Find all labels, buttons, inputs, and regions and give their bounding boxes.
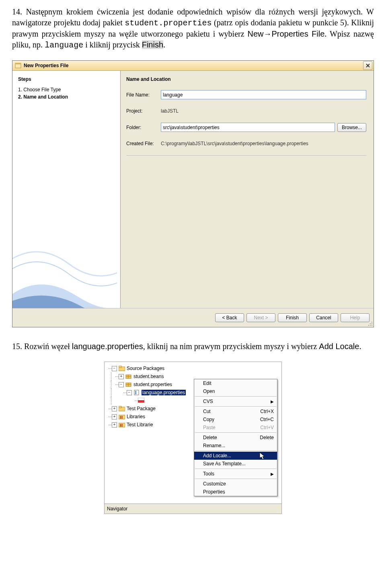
svg-rect-1 bbox=[15, 63, 21, 64]
libraries-icon bbox=[119, 414, 125, 419]
file-ref: language.properties bbox=[72, 342, 143, 351]
new-properties-file-dialog: New Properties File Steps 1. Choose File… bbox=[12, 60, 374, 327]
locale-flag-icon bbox=[138, 398, 144, 403]
shortcut: Ctrl+V bbox=[256, 425, 274, 430]
menu-item-customize[interactable]: Customize bbox=[194, 480, 277, 488]
svg-rect-26 bbox=[121, 416, 123, 419]
menu-item-rename[interactable]: Rename... bbox=[194, 442, 277, 450]
text: . bbox=[359, 342, 361, 351]
navigator-panel-header[interactable]: Navigator bbox=[105, 504, 281, 514]
svg-point-4 bbox=[372, 323, 372, 324]
window-icon bbox=[15, 62, 21, 69]
minus-icon[interactable]: − bbox=[127, 390, 132, 395]
tree-label: student.properties bbox=[133, 382, 172, 387]
created-file-label: Created File: bbox=[126, 141, 161, 146]
svg-rect-17 bbox=[135, 391, 136, 392]
svg-rect-25 bbox=[120, 416, 121, 419]
menu-item-copy[interactable]: CopyCtrl+C bbox=[194, 415, 277, 424]
num: 14. bbox=[12, 7, 26, 16]
shortcut: Ctrl+C bbox=[256, 417, 274, 422]
package-icon bbox=[125, 374, 132, 379]
window-title: New Properties File bbox=[24, 63, 363, 68]
menu-separator bbox=[195, 396, 276, 397]
menu-item-cut[interactable]: CutCtrl+X bbox=[194, 407, 277, 415]
resize-grip-icon[interactable] bbox=[367, 321, 373, 326]
menu-separator bbox=[195, 469, 276, 469]
plus-icon[interactable]: + bbox=[112, 406, 117, 411]
shortcut: Ctrl+X bbox=[256, 409, 274, 414]
svg-rect-23 bbox=[119, 406, 121, 408]
menu-item-add-locale[interactable]: Add Locale... bbox=[194, 452, 277, 460]
code: language bbox=[45, 41, 83, 50]
separator bbox=[126, 155, 366, 156]
navigator-label: Navigator bbox=[107, 506, 127, 512]
menu-item-cvs[interactable]: CVS▶ bbox=[194, 397, 277, 405]
svg-point-2 bbox=[372, 322, 372, 323]
tree-label: Source Packages bbox=[127, 366, 164, 371]
browse-button[interactable]: Browse... bbox=[337, 123, 366, 132]
svg-rect-19 bbox=[135, 393, 136, 394]
properties-file-icon bbox=[133, 390, 140, 395]
svg-rect-9 bbox=[119, 366, 121, 368]
menu-item-open[interactable]: Open bbox=[194, 387, 277, 395]
finish-button[interactable]: Finish bbox=[278, 313, 307, 322]
dialog-button-bar: < Back Next > Finish Cancel Help bbox=[12, 308, 374, 327]
project-tree-screenshot: − Source Packages + student.beans − stud… bbox=[104, 362, 282, 514]
text: . bbox=[163, 40, 165, 49]
text: Rozwiń węzeł bbox=[24, 342, 72, 351]
menu-separator bbox=[195, 479, 276, 479]
created-file-value: C:\programy\labJSTL\src\java\student\pro… bbox=[161, 140, 366, 147]
cancel-button[interactable]: Cancel bbox=[309, 313, 338, 322]
context-menu: Edit Open CVS▶ CutCtrl+X CopyCtrl+C Past… bbox=[194, 379, 277, 496]
menu-item-edit[interactable]: Edit bbox=[194, 379, 277, 387]
paragraph-15: 15. Rozwiń węzeł language.properties, kl… bbox=[12, 341, 374, 352]
plus-icon[interactable]: + bbox=[112, 422, 117, 428]
svg-rect-29 bbox=[121, 424, 123, 427]
cursor-icon bbox=[259, 452, 266, 460]
plus-icon[interactable]: + bbox=[119, 374, 124, 379]
menu-path: New→Properties File bbox=[247, 29, 324, 38]
file-name-label: File Name: bbox=[126, 92, 161, 98]
step-item: 1. Choose File Type bbox=[18, 87, 115, 93]
step-item: 2. Name and Location bbox=[18, 94, 115, 100]
tree-row-source-packages[interactable]: − Source Packages bbox=[105, 364, 281, 372]
menu-separator bbox=[195, 450, 276, 451]
svg-rect-28 bbox=[120, 424, 121, 427]
titlebar[interactable]: New Properties File bbox=[12, 61, 374, 71]
svg-point-7 bbox=[372, 325, 372, 326]
menu-separator bbox=[195, 406, 276, 407]
project-label: Project: bbox=[126, 108, 161, 114]
folder-input[interactable] bbox=[161, 123, 335, 132]
package-icon bbox=[125, 382, 132, 387]
back-button[interactable]: < Back bbox=[215, 313, 244, 322]
minus-icon[interactable]: − bbox=[112, 366, 117, 371]
menu-item-tools[interactable]: Tools▶ bbox=[194, 470, 277, 478]
submenu-arrow-icon: ▶ bbox=[271, 472, 274, 476]
button-ref: Finish bbox=[142, 40, 163, 49]
libraries-icon bbox=[119, 422, 125, 428]
minus-icon[interactable]: − bbox=[119, 382, 124, 387]
steps-pane: Steps 1. Choose File Type 2. Name and Lo… bbox=[12, 71, 121, 308]
plus-icon[interactable]: + bbox=[112, 414, 117, 419]
menu-separator bbox=[195, 432, 276, 433]
help-button[interactable]: Help bbox=[341, 313, 370, 322]
menu-ref: Add Locale bbox=[319, 342, 359, 351]
folder-icon bbox=[119, 406, 125, 411]
svg-rect-16 bbox=[134, 390, 139, 395]
decorative-wave bbox=[12, 204, 117, 308]
folder-icon bbox=[119, 366, 125, 371]
close-button[interactable] bbox=[363, 61, 372, 70]
svg-point-3 bbox=[370, 323, 371, 324]
menu-item-paste: PasteCtrl+V bbox=[194, 424, 277, 432]
next-button[interactable]: Next > bbox=[246, 313, 275, 322]
code: student.properties bbox=[125, 19, 211, 28]
menu-item-properties[interactable]: Properties bbox=[194, 488, 277, 496]
project-value: labJSTL bbox=[161, 107, 366, 115]
menu-item-delete[interactable]: DeleteDelete bbox=[194, 434, 277, 442]
svg-point-6 bbox=[370, 325, 371, 326]
folder-label: Folder: bbox=[126, 125, 161, 130]
file-name-input[interactable] bbox=[161, 90, 366, 99]
shortcut: Delete bbox=[256, 435, 274, 440]
menu-item-save-as-template[interactable]: Save As Template... bbox=[194, 460, 277, 468]
tree-label: Test Librarie bbox=[127, 422, 153, 428]
